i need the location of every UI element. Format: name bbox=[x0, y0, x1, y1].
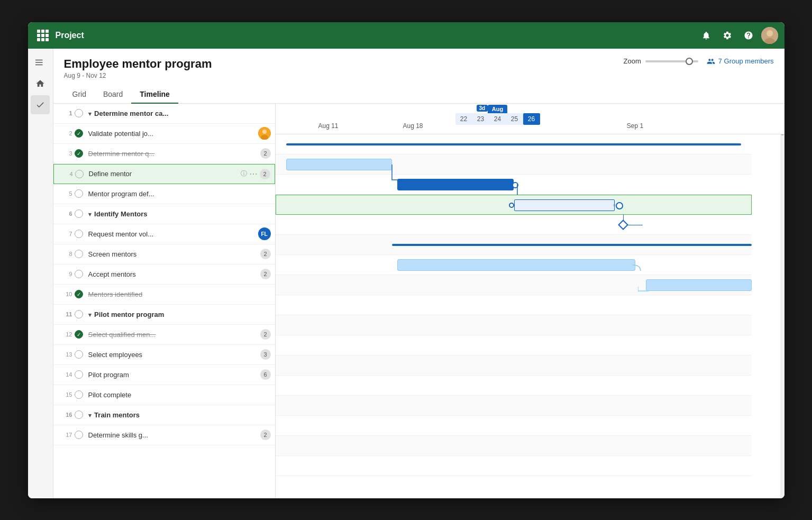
more-options-button[interactable]: ⋯ bbox=[247, 169, 260, 179]
task-checkbox[interactable] bbox=[72, 370, 85, 379]
task-checkbox[interactable] bbox=[72, 189, 85, 198]
task-name[interactable]: Determine skills g... bbox=[85, 431, 260, 439]
row-number: 9 bbox=[58, 271, 72, 277]
left-handle[interactable] bbox=[509, 203, 514, 208]
task-checkbox[interactable] bbox=[73, 170, 86, 178]
task-name[interactable]: Request mentor vol... bbox=[85, 230, 258, 238]
right-handle[interactable] bbox=[616, 202, 623, 209]
resize-handle[interactable] bbox=[613, 199, 615, 212]
day-25: 25 bbox=[506, 113, 523, 125]
task-checkbox[interactable] bbox=[72, 270, 85, 278]
task-name[interactable]: ▾ Determine mentor ca... bbox=[85, 110, 271, 117]
gantt-dates: Aug 11 Aug 18 Sep 1 Aug 22 23 24 bbox=[276, 104, 784, 134]
gantt-row-5 bbox=[276, 215, 752, 235]
task-row: 8 Screen mentors 2 bbox=[53, 244, 275, 264]
gantt-row-16 bbox=[276, 436, 752, 456]
task-checkbox[interactable] bbox=[72, 431, 85, 439]
gantt-row-9 bbox=[276, 295, 752, 315]
task-name[interactable]: Mentor program def... bbox=[85, 190, 271, 198]
settings-button[interactable] bbox=[719, 27, 736, 44]
gantt-row-15 bbox=[276, 416, 752, 436]
task-row: 7 Request mentor vol... FL bbox=[53, 224, 275, 244]
task-name[interactable]: Select qualified men... bbox=[85, 331, 260, 339]
task-name[interactable]: Define mentor bbox=[86, 170, 239, 178]
task-checkbox[interactable] bbox=[72, 230, 85, 238]
project-header: Employee mentor program Aug 9 - Nov 12 Z… bbox=[53, 49, 784, 104]
gantt-bar-row8[interactable] bbox=[646, 279, 752, 291]
collapse-icon[interactable]: ▾ bbox=[88, 111, 92, 117]
task-name[interactable]: Mentors identified bbox=[85, 290, 271, 298]
task-name[interactable]: ▾ Identify Mentors bbox=[85, 210, 271, 218]
task-checkbox[interactable] bbox=[72, 350, 85, 359]
task-checkbox[interactable] bbox=[72, 310, 85, 318]
task-checkbox[interactable] bbox=[72, 290, 85, 298]
row-number: 4 bbox=[58, 171, 73, 177]
gantt-chart[interactable]: Aug 11 Aug 18 Sep 1 Aug 22 23 24 bbox=[276, 104, 784, 498]
row-number: 6 bbox=[58, 211, 72, 217]
task-badge: 2 bbox=[260, 329, 271, 340]
collapse-icon[interactable]: ▾ bbox=[88, 312, 92, 318]
task-checkbox[interactable] bbox=[72, 149, 85, 158]
task-name[interactable]: Validate potential jo... bbox=[85, 130, 258, 138]
task-checkbox[interactable] bbox=[72, 390, 85, 399]
task-checkbox[interactable] bbox=[72, 129, 85, 138]
group-members-button[interactable]: 7 Group members bbox=[707, 57, 774, 66]
gantt-bar-row2[interactable] bbox=[286, 159, 392, 170]
task-row[interactable]: 4 Define mentor ⓘ ⋯ 2 bbox=[53, 164, 275, 184]
task-badge: 2 bbox=[260, 169, 270, 179]
zoom-slider[interactable] bbox=[645, 60, 698, 62]
task-avatar bbox=[258, 127, 271, 140]
help-button[interactable] bbox=[740, 27, 757, 44]
task-checkbox[interactable] bbox=[72, 250, 85, 258]
row-number: 1 bbox=[58, 110, 72, 116]
gantt-bar-row4[interactable] bbox=[514, 199, 615, 211]
task-name[interactable]: Pilot program bbox=[85, 371, 260, 379]
sidebar bbox=[28, 49, 53, 498]
gantt-row-13 bbox=[276, 376, 752, 396]
svg-point-7 bbox=[262, 130, 267, 134]
task-checkbox[interactable] bbox=[72, 109, 85, 117]
tab-grid[interactable]: Grid bbox=[64, 86, 95, 104]
gantt-row-4 bbox=[276, 195, 752, 215]
gantt-span-bar bbox=[392, 244, 752, 246]
row-number: 17 bbox=[58, 432, 72, 438]
sidebar-tasks-button[interactable] bbox=[31, 95, 50, 114]
resize-icon bbox=[613, 199, 615, 212]
task-name[interactable]: ▾ Train mentors bbox=[85, 411, 271, 419]
group-members-label: 7 Group members bbox=[718, 57, 774, 65]
task-checkbox[interactable] bbox=[72, 410, 85, 419]
gantt-bar-timeline bbox=[286, 143, 741, 145]
milestone-line bbox=[627, 225, 643, 225]
user-avatar[interactable] bbox=[761, 27, 778, 44]
collapse-icon[interactable]: ▾ bbox=[88, 412, 92, 418]
task-row: 10 Mentors identified bbox=[53, 285, 275, 305]
gantt-bar-row3[interactable] bbox=[397, 179, 514, 190]
date-label-aug11: Aug 11 bbox=[318, 122, 338, 130]
gantt-bar-row7[interactable] bbox=[397, 259, 635, 271]
project-dates: Aug 9 - Nov 12 bbox=[64, 72, 212, 79]
header-actions: Zoom 7 Group members bbox=[624, 57, 774, 66]
task-checkbox[interactable] bbox=[72, 209, 85, 218]
tab-board[interactable]: Board bbox=[95, 86, 131, 104]
scroll-indicator bbox=[780, 104, 784, 498]
task-name[interactable]: Screen mentors bbox=[85, 250, 260, 258]
tab-timeline[interactable]: Timeline bbox=[131, 86, 178, 104]
task-row: 9 Accept mentors 2 bbox=[53, 264, 275, 285]
row-number: 14 bbox=[58, 371, 72, 378]
collapse-icon[interactable]: ▾ bbox=[88, 211, 92, 217]
task-row: 6 ▾ Identify Mentors bbox=[53, 204, 275, 224]
sidebar-menu-button[interactable] bbox=[31, 53, 50, 72]
task-name[interactable]: Select employees bbox=[85, 351, 260, 359]
grid-menu-button[interactable] bbox=[34, 27, 51, 44]
task-name[interactable]: Determine mentor q... bbox=[85, 150, 260, 158]
waffle-icon bbox=[37, 30, 49, 41]
svg-point-1 bbox=[767, 30, 773, 37]
notifications-button[interactable] bbox=[698, 27, 715, 44]
project-title: Employee mentor program bbox=[64, 57, 212, 71]
info-icon[interactable]: ⓘ bbox=[241, 169, 247, 178]
sidebar-home-button[interactable] bbox=[31, 74, 50, 93]
task-checkbox[interactable] bbox=[72, 330, 85, 339]
task-name[interactable]: ▾ Pilot mentor program bbox=[85, 311, 271, 318]
task-name[interactable]: Pilot complete bbox=[85, 391, 271, 399]
task-name[interactable]: Accept mentors bbox=[85, 270, 260, 278]
